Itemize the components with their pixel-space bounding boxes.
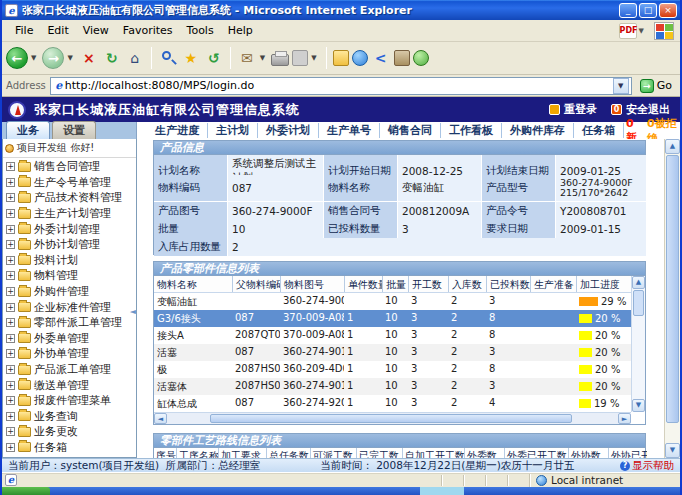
go-button[interactable]: → Go: [636, 79, 676, 93]
address-input[interactable]: [65, 79, 613, 92]
scroll-down-icon[interactable]: ▼: [632, 399, 645, 412]
col-header[interactable]: 工序名称: [176, 448, 218, 458]
table-row[interactable]: 接头A2087QT002370-009-A0850110328 20 %: [154, 327, 631, 344]
home-button[interactable]: ⌂: [125, 48, 145, 68]
nav-purchased-stock[interactable]: 外购件库存: [502, 123, 574, 138]
msn-icon[interactable]: [413, 50, 429, 66]
table-row[interactable]: 缸体总成087360-274-9200F110324 19 %: [154, 395, 631, 412]
relogin-button[interactable]: 重登录: [549, 102, 597, 117]
expand-icon[interactable]: +: [6, 240, 15, 249]
expand-icon[interactable]: +: [6, 381, 15, 390]
sidebar-item-purchased[interactable]: +外购件管理: [3, 284, 136, 300]
expand-icon[interactable]: +: [6, 225, 15, 234]
nav-production-order[interactable]: 生产单号: [319, 123, 380, 138]
sidebar-item-query[interactable]: +业务查询: [3, 409, 136, 425]
related-links-icon[interactable]: <: [371, 48, 391, 68]
main-scrollbar[interactable]: ▲ ▼: [664, 139, 680, 458]
col-header[interactable]: 加工进度: [576, 276, 631, 292]
scroll-right-icon[interactable]: ►: [618, 413, 631, 424]
expand-icon[interactable]: +: [6, 443, 15, 452]
nav-sales-contract[interactable]: 销售合同: [380, 123, 441, 138]
menu-file[interactable]: File: [8, 22, 40, 39]
expand-icon[interactable]: +: [6, 303, 15, 312]
minimize-button[interactable]: _: [619, 3, 637, 18]
address-input-box[interactable]: e ▼: [50, 77, 632, 95]
col-header[interactable]: 已完工数: [356, 448, 402, 458]
tab-business[interactable]: 业务: [6, 121, 50, 139]
sidebar-item-prod-order[interactable]: +生产令号单管理: [3, 175, 136, 191]
col-header[interactable]: 物料图号: [280, 276, 344, 292]
nav-outsourcing-plan[interactable]: 外委计划: [258, 123, 319, 138]
expand-icon[interactable]: +: [6, 349, 15, 358]
expand-icon[interactable]: +: [6, 271, 15, 280]
start-button[interactable]: [2, 487, 50, 495]
menu-view[interactable]: View: [76, 22, 116, 39]
col-header[interactable]: 外协数: [568, 448, 608, 458]
edit-icon[interactable]: [292, 50, 308, 66]
nav-task-box[interactable]: 任务箱: [574, 123, 624, 138]
scroll-up-icon[interactable]: ▲: [632, 276, 645, 289]
menu-favorites[interactable]: Favorites: [116, 22, 180, 39]
table-row[interactable]: 活塞体2087HS002360-274-9011W110323 20 %: [154, 378, 631, 395]
col-header[interactable]: 批量: [382, 276, 408, 292]
table-row[interactable]: 变幅油缸360-274-9000F10323 29 %: [154, 293, 631, 310]
menu-edit[interactable]: Edit: [40, 22, 75, 39]
col-header[interactable]: 生产准备: [530, 276, 576, 292]
sidebar-collapse-icon[interactable]: ◄: [130, 307, 136, 316]
refresh-button[interactable]: ↻: [102, 48, 122, 68]
show-help-link[interactable]: ?显示帮助: [620, 459, 674, 473]
research-icon[interactable]: [394, 50, 410, 66]
menu-tools[interactable]: Tools: [180, 22, 221, 39]
col-header[interactable]: 自加工开工数: [402, 448, 464, 458]
sidebar-item-coop-order[interactable]: +外协单管理: [3, 346, 136, 362]
sidebar-item-delivery[interactable]: +缴送单管理: [3, 377, 136, 393]
back-dropdown-icon[interactable]: ▼: [31, 54, 36, 62]
scroll-left-icon[interactable]: ◄: [154, 413, 167, 424]
expand-icon[interactable]: +: [6, 162, 15, 171]
col-header[interactable]: 单件数量: [344, 276, 382, 292]
sidebar-item-material[interactable]: +物料管理: [3, 268, 136, 284]
sidebar-item-master-plan[interactable]: +主生产计划管理: [3, 206, 136, 222]
expand-icon[interactable]: +: [6, 365, 15, 374]
favorites-icon[interactable]: ★: [181, 48, 201, 68]
scrollbar-thumb[interactable]: [633, 290, 644, 316]
messenger-globe-icon[interactable]: [352, 50, 368, 66]
table-row[interactable]: 极2087HS002360-209-4D010110328 20 %: [154, 361, 631, 378]
chevron-down-icon[interactable]: ▼: [639, 27, 644, 35]
expand-icon[interactable]: +: [6, 427, 15, 436]
col-header[interactable]: 物料名称: [154, 276, 232, 292]
nav-work-board[interactable]: 工作看板: [441, 123, 502, 138]
sidebar-item-outsource-order[interactable]: +外委单管理: [3, 331, 136, 347]
nav-production-progress[interactable]: 生产进度: [147, 123, 208, 138]
scrollbar-thumb[interactable]: [210, 414, 572, 423]
taskbar-button[interactable]: [420, 487, 464, 495]
forward-dropdown-icon[interactable]: ▼: [67, 54, 72, 62]
sidebar-item-scrap[interactable]: +报废件管理菜单: [3, 393, 136, 409]
nav-master-plan[interactable]: 主计划: [208, 123, 258, 138]
scroll-up-icon[interactable]: ▲: [665, 139, 680, 154]
expand-icon[interactable]: +: [6, 318, 15, 327]
table-row-selected[interactable]: G3/6接头087370-009-A0840110328 20 %: [154, 310, 631, 327]
col-header[interactable]: 入库数: [448, 276, 486, 292]
sidebar-item-outsource-plan[interactable]: +外委计划管理: [3, 221, 136, 237]
print-icon[interactable]: [271, 54, 289, 66]
col-header[interactable]: 加工要求: [218, 448, 266, 458]
expand-icon[interactable]: +: [6, 412, 15, 421]
scroll-down-icon[interactable]: ▼: [665, 443, 680, 458]
parts-table-hscrollbar[interactable]: ◄ ►: [154, 412, 631, 424]
address-dropdown-icon[interactable]: ▼: [613, 78, 629, 94]
sidebar-item-change[interactable]: +业务更改: [3, 424, 136, 440]
sidebar-item-feed-plan[interactable]: +投料计划: [3, 253, 136, 269]
col-header[interactable]: 外协已开工数: [608, 448, 647, 458]
maximize-button[interactable]: □: [639, 3, 657, 18]
expand-icon[interactable]: +: [6, 209, 15, 218]
back-button[interactable]: ←: [6, 47, 28, 69]
col-header[interactable]: 外委已开工数: [504, 448, 568, 458]
expand-icon[interactable]: +: [6, 396, 15, 405]
expand-icon[interactable]: +: [6, 193, 15, 202]
search-icon[interactable]: [158, 48, 178, 68]
stop-button[interactable]: ×: [79, 48, 99, 68]
sidebar-item-standard-parts[interactable]: +企业标准件管理: [3, 299, 136, 315]
col-header[interactable]: 序号: [154, 448, 176, 458]
history-icon[interactable]: ↺: [204, 48, 224, 68]
